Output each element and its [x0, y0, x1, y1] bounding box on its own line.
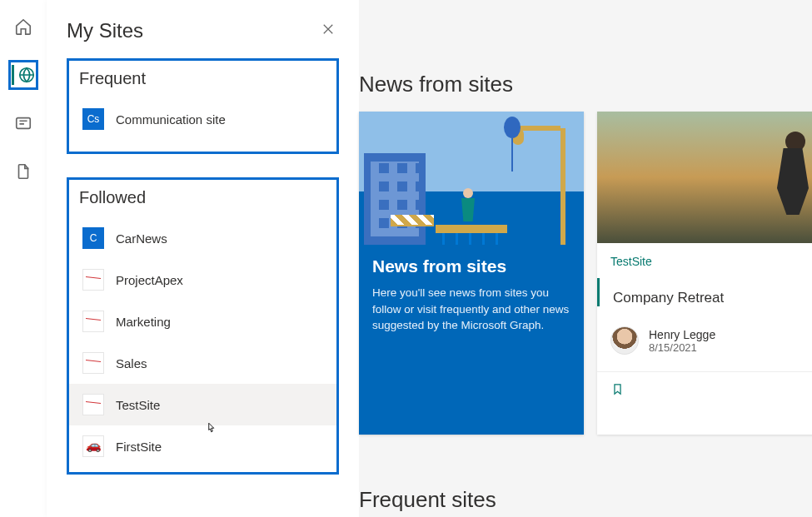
author-avatar [610, 326, 639, 355]
site-tile-icon [82, 435, 104, 457]
site-name-label: FirstSite [116, 440, 162, 454]
selection-indicator [12, 65, 14, 85]
app-left-rail [0, 0, 47, 517]
bookmark-button[interactable] [610, 382, 625, 400]
followed-site-carnews[interactable]: C CarNews [79, 217, 326, 259]
site-tile-icon: C [82, 227, 104, 249]
panel-header: My Sites [67, 18, 339, 43]
post-site-link[interactable]: TestSite [597, 243, 812, 268]
person-illustration [457, 188, 479, 233]
home-icon [14, 17, 32, 36]
followed-site-sales[interactable]: Sales [79, 342, 326, 384]
site-tile-icon [82, 352, 104, 374]
bookmark-icon [610, 382, 625, 396]
home-nav[interactable] [8, 12, 38, 42]
news-post-card[interactable]: TestSite Company Retreat Henry Legge 8/1… [597, 112, 812, 435]
site-name-label: TestSite [116, 398, 160, 412]
post-card-footer [597, 371, 812, 411]
site-name-label: CarNews [116, 231, 167, 246]
post-date: 8/15/2021 [649, 341, 715, 354]
file-icon [14, 162, 32, 181]
followed-site-firstsite[interactable]: FirstSite [79, 425, 326, 467]
site-name-label: Communication site [116, 112, 226, 127]
site-name-label: Sales [116, 356, 147, 370]
post-meta: Company Retreat [597, 278, 812, 306]
frequent-site-row[interactable]: Cs Communication site [79, 98, 326, 140]
site-name-label: Marketing [116, 315, 171, 329]
news-card-body: News from sites Here you'll see news fro… [359, 245, 584, 345]
followed-heading: Followed [79, 188, 326, 207]
frequent-section: Frequent Cs Communication site [67, 58, 339, 154]
site-tile-icon [82, 269, 104, 291]
main-content: News from sites News from sites Here you… [359, 0, 812, 517]
followed-site-testsite[interactable]: TestSite [69, 384, 336, 425]
hiker-illustration [755, 123, 812, 240]
barrier-illustration [391, 215, 434, 226]
news-placeholder-card[interactable]: News from sites Here you'll see news fro… [359, 112, 584, 435]
news-cards-row: News from sites Here you'll see news fro… [359, 112, 812, 435]
my-sites-panel: My Sites Frequent Cs Communication site … [47, 0, 359, 517]
author-text: Henry Legge 8/15/2021 [649, 328, 715, 354]
close-icon [321, 22, 336, 37]
svg-rect-1 [17, 118, 31, 129]
panel-title: My Sites [67, 19, 143, 42]
streetlamp-illustration [560, 128, 565, 245]
my-sites-nav[interactable] [8, 60, 38, 90]
site-tile-icon [82, 311, 104, 332]
author-name: Henry Legge [649, 328, 715, 341]
news-card-description: Here you'll see news from sites you foll… [372, 285, 570, 334]
globe-icon [17, 66, 36, 84]
frequent-heading: Frequent [79, 69, 326, 88]
frequent-sites-heading: Frequent sites [359, 487, 496, 513]
building-illustration [364, 153, 426, 245]
news-icon [14, 114, 32, 132]
followed-section: Followed C CarNews ProjectApex Marketing… [67, 177, 339, 475]
files-nav[interactable] [8, 157, 38, 186]
news-nav[interactable] [8, 108, 38, 138]
close-button[interactable] [317, 18, 339, 43]
news-card-title: News from sites [372, 256, 570, 276]
balloon-illustration [504, 117, 521, 138]
news-section-heading: News from sites [359, 72, 513, 97]
site-tile-icon: Cs [82, 108, 104, 130]
followed-site-marketing[interactable]: Marketing [79, 301, 326, 342]
site-name-label: ProjectApex [116, 273, 183, 287]
post-cover-image [597, 112, 812, 243]
post-title: Company Retreat [613, 290, 809, 306]
followed-site-projectapex[interactable]: ProjectApex [79, 259, 326, 301]
post-author-row: Henry Legge 8/15/2021 [597, 306, 812, 363]
news-illustration [359, 112, 584, 245]
site-tile-icon [82, 394, 104, 415]
